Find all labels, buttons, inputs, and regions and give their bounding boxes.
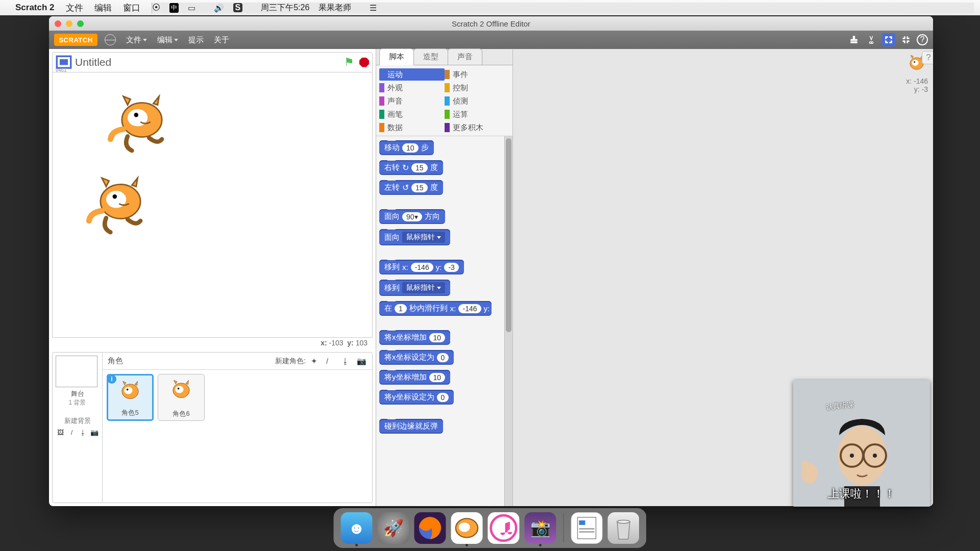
stop-icon[interactable]: [359, 58, 369, 67]
grow-tool-icon[interactable]: [882, 33, 895, 46]
language-icon[interactable]: [105, 34, 116, 45]
stage-thumbnail[interactable]: [56, 356, 97, 387]
help-tool-icon[interactable]: ?: [917, 34, 928, 45]
sprite-thumb-1[interactable]: i 角色5: [107, 374, 154, 421]
new-backdrop-label: 新建背景: [56, 416, 99, 425]
shrink-tool-icon[interactable]: [899, 33, 913, 46]
block-point-towards[interactable]: 面向鼠标指针: [379, 229, 450, 245]
category-运算[interactable]: 运算: [445, 108, 510, 120]
block-change-x[interactable]: 将x坐标增加10: [379, 330, 450, 345]
app-name[interactable]: Scratch 2: [15, 3, 55, 13]
dock-firefox[interactable]: [414, 512, 446, 544]
scratch-menu-tips[interactable]: 提示: [185, 33, 207, 47]
sogou-icon[interactable]: S: [233, 3, 243, 12]
menu-file[interactable]: 文件: [66, 2, 83, 14]
block-change-y[interactable]: 将y坐标增加10: [379, 370, 450, 385]
category-外观[interactable]: 外观: [379, 82, 445, 94]
backdrop-upload-icon[interactable]: ⭳: [79, 429, 88, 437]
webcam-caption: 上课啦！！！: [793, 486, 930, 502]
dock-trash[interactable]: [608, 512, 640, 544]
category-数据[interactable]: 数据: [379, 121, 445, 134]
stage-sprite-2[interactable]: [82, 169, 159, 241]
category-运动[interactable]: 运动: [379, 68, 445, 81]
dock-document[interactable]: [571, 512, 603, 544]
record-icon[interactable]: ⦿: [152, 3, 160, 12]
tab-sounds[interactable]: 声音: [448, 48, 482, 65]
category-更多积木[interactable]: 更多积木: [445, 121, 510, 134]
sprite-upload-icon[interactable]: ⭳: [341, 357, 352, 366]
sprite-info-icon[interactable]: i: [107, 374, 116, 384]
stage-coords: x: -103 y: 103: [52, 338, 373, 349]
volume-icon[interactable]: 🔊: [214, 3, 224, 13]
clock[interactable]: 周三下午5:26: [261, 3, 309, 13]
category-画笔[interactable]: 画笔: [379, 108, 445, 120]
dock-finder[interactable]: ☻: [341, 512, 373, 544]
stage-label: 舞台: [56, 389, 99, 398]
block-set-x[interactable]: 将x坐标设定为0: [379, 350, 454, 365]
notification-center-icon[interactable]: ☰: [370, 3, 377, 13]
webcam-overlay: 认真听课 上课啦！！！: [793, 380, 930, 507]
cut-tool-icon[interactable]: [865, 33, 878, 46]
scratch-menu-about[interactable]: 关于: [211, 33, 232, 47]
dock-launchpad[interactable]: 🚀: [378, 512, 409, 544]
tab-costumes[interactable]: 造型: [413, 48, 448, 65]
menu-window[interactable]: 窗口: [123, 2, 140, 14]
scratch-menu-edit[interactable]: 编辑: [154, 33, 181, 47]
green-flag-icon[interactable]: ⚑: [344, 56, 354, 69]
window-title: Scratch 2 Offline Editor: [49, 19, 933, 28]
svg-rect-37: [579, 528, 595, 530]
editor-tabs: 脚本 造型 声音: [376, 49, 512, 65]
dock-scratch[interactable]: [451, 512, 483, 544]
block-set-y[interactable]: 将y坐标设定为0: [379, 390, 454, 405]
stage[interactable]: [52, 72, 373, 338]
airplay-icon[interactable]: ▭: [188, 3, 195, 13]
block-turn-left[interactable]: 左转↺15度: [379, 180, 443, 195]
block-goto-xy[interactable]: 移到x:-146y:-3: [379, 260, 464, 274]
svg-point-12: [113, 194, 117, 198]
category-控制[interactable]: 控制: [445, 82, 510, 94]
palette-scrollbar[interactable]: [504, 136, 512, 506]
block-turn-right[interactable]: 右转↻15度: [379, 160, 443, 175]
sprite-camera-icon[interactable]: 📷: [357, 357, 367, 366]
category-事件[interactable]: 事件: [445, 68, 510, 81]
stamp-tool-icon[interactable]: [847, 33, 861, 46]
svg-point-26: [850, 454, 854, 458]
help-panel-icon[interactable]: ?: [922, 51, 933, 64]
block-move[interactable]: 移动10步: [379, 140, 434, 155]
category-侦测[interactable]: 侦测: [445, 95, 510, 107]
menu-edit[interactable]: 编辑: [94, 2, 112, 14]
macos-dock: ☻ 🚀 📸: [334, 508, 647, 548]
scratch-logo[interactable]: SCRATCH: [54, 34, 97, 46]
sprite-name-2: 角色6: [158, 409, 204, 418]
backdrop-library-icon[interactable]: 🖼: [56, 429, 65, 437]
tab-scripts[interactable]: 脚本: [379, 48, 414, 65]
input-method-icon[interactable]: 中: [169, 3, 179, 13]
sprite-name-1: 角色5: [108, 408, 152, 417]
stage-sprite-1[interactable]: [104, 88, 180, 159]
block-goto[interactable]: 移到鼠标指针: [379, 280, 450, 296]
block-glide[interactable]: 在1秒内滑行到x:-146y:: [379, 301, 492, 316]
block-point-direction[interactable]: 面向90▾方向: [379, 209, 445, 224]
block-bounce[interactable]: 碰到边缘就反弹: [379, 419, 443, 434]
macos-menubar: Scratch 2 文件 编辑 窗口 ⦿ 中 ▭ 🔊 S 周三下午5:26 果果…: [0, 0, 980, 15]
sprite-paint-icon[interactable]: /: [326, 357, 336, 366]
svg-point-18: [178, 388, 180, 390]
block-categories: 运动事件外观控制声音侦测画笔运算数据更多积木: [376, 65, 512, 136]
svg-point-39: [617, 520, 630, 523]
svg-rect-6: [60, 59, 68, 65]
dock-screenshot[interactable]: 📸: [525, 512, 556, 544]
dock-music[interactable]: [488, 512, 520, 544]
scratch-toolbar: SCRATCH 文件 编辑 提示 关于 ?: [49, 31, 933, 49]
category-声音[interactable]: 声音: [379, 95, 445, 107]
project-name[interactable]: Untitled: [75, 56, 111, 68]
sprite-thumb-2[interactable]: 角色6: [158, 374, 205, 421]
backdrop-paint-icon[interactable]: /: [67, 429, 77, 437]
svg-point-15: [127, 389, 129, 391]
user-name[interactable]: 果果老师: [318, 3, 351, 13]
svg-point-30: [801, 461, 810, 469]
scratch-menu-file[interactable]: 文件: [123, 33, 150, 47]
backdrop-camera-icon[interactable]: 📷: [90, 429, 99, 437]
svg-point-14: [124, 387, 132, 394]
sprites-label: 角色: [108, 356, 123, 366]
sprite-library-icon[interactable]: ✦: [311, 357, 321, 366]
